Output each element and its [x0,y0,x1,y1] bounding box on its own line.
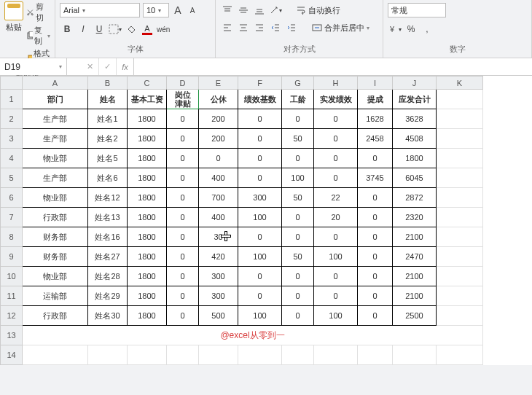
data-cell[interactable]: 物业部 [23,267,88,286]
cell[interactable] [437,188,483,208]
header-cell[interactable]: 岗位 津贴 [167,90,199,109]
data-cell[interactable]: 姓名6 [88,168,128,188]
number-format-combo[interactable]: 常规 [388,3,446,17]
data-cell[interactable]: 6045 [393,168,437,188]
data-cell[interactable]: 4508 [393,129,437,149]
column-header[interactable]: B [88,77,128,90]
bold-button[interactable]: B [60,22,74,36]
data-cell[interactable]: 0 [314,227,358,247]
data-cell[interactable]: 姓名30 [88,306,128,326]
data-cell[interactable]: 生产部 [23,129,88,149]
data-cell[interactable]: 1800 [128,267,167,286]
column-header[interactable]: H [314,77,358,90]
data-cell[interactable]: 0 [314,286,358,306]
data-cell[interactable]: 0 [167,247,199,267]
data-cell[interactable]: 2872 [393,188,437,208]
row-header[interactable]: 12 [1,306,23,326]
data-cell[interactable]: 姓名2 [88,129,128,149]
data-cell[interactable]: 0 [167,168,199,188]
column-header[interactable]: G [282,77,314,90]
data-cell[interactable]: 0 [358,267,393,286]
row-header[interactable]: 9 [1,247,23,267]
header-cell[interactable]: 基本工资 [128,90,167,109]
data-cell[interactable]: 0 [282,109,314,129]
row-header[interactable]: 10 [1,267,23,286]
decrease-font-button[interactable]: A [187,4,198,17]
row-header[interactable]: 14 [1,345,23,365]
cell[interactable] [437,286,483,306]
row-header[interactable]: 2 [1,109,23,129]
cell[interactable] [437,168,483,188]
data-cell[interactable]: 0 [167,208,199,227]
cell[interactable] [23,345,88,365]
data-cell[interactable]: 1800 [128,306,167,326]
align-top-button[interactable] [220,3,235,17]
data-cell[interactable]: 财务部 [23,227,88,247]
data-cell[interactable]: 0 [238,286,282,306]
data-cell[interactable]: 1800 [128,227,167,247]
data-cell[interactable]: 姓名5 [88,149,128,168]
cell[interactable] [393,345,437,365]
data-cell[interactable]: 2100 [393,227,437,247]
data-cell[interactable]: 0 [167,286,199,306]
data-cell[interactable]: 0 [167,149,199,168]
data-cell[interactable]: 0 [358,208,393,227]
cell[interactable] [167,345,199,365]
data-cell[interactable]: 0 [282,267,314,286]
cancel-formula-button[interactable]: ✕ [82,58,99,75]
data-cell[interactable]: 0 [167,267,199,286]
data-cell[interactable]: 1800 [128,149,167,168]
data-cell[interactable]: 2458 [358,129,393,149]
data-cell[interactable]: 700 [199,188,238,208]
row-header[interactable]: 6 [1,188,23,208]
data-cell[interactable]: 1800 [128,188,167,208]
row-header[interactable]: 1 [1,90,23,109]
data-cell[interactable]: 1800 [128,286,167,306]
data-cell[interactable]: 100 [282,168,314,188]
header-cell[interactable]: 工龄 [282,90,314,109]
header-cell[interactable]: 姓名 [88,90,128,109]
data-cell[interactable]: 0 [314,168,358,188]
data-cell[interactable]: 0 [167,227,199,247]
data-cell[interactable]: 2500 [393,306,437,326]
italic-button[interactable]: I [76,22,90,36]
align-center-button[interactable] [236,20,251,35]
data-cell[interactable]: 姓名13 [88,208,128,227]
watermark-cell[interactable]: @excel从零到一 [23,326,483,345]
header-cell[interactable]: 绩效基数 [238,90,282,109]
data-cell[interactable]: 0 [167,306,199,326]
data-cell[interactable]: 0 [282,208,314,227]
column-header[interactable]: E [199,77,238,90]
wrap-text-button[interactable]: 自动换行 [293,3,343,17]
column-header[interactable]: C [128,77,167,90]
data-cell[interactable]: 姓名28 [88,267,128,286]
cell[interactable] [437,109,483,129]
data-cell[interactable]: 50 [282,129,314,149]
column-header[interactable]: I [358,77,393,90]
data-cell[interactable]: 0 [358,306,393,326]
align-bottom-button[interactable] [252,3,267,17]
data-cell[interactable]: 420 [199,247,238,267]
cell[interactable] [437,247,483,267]
column-header[interactable]: J [393,77,437,90]
data-cell[interactable]: 0 [314,267,358,286]
data-cell[interactable]: 0 [282,149,314,168]
data-cell[interactable]: 0 [358,286,393,306]
data-cell[interactable]: 0 [167,188,199,208]
data-cell[interactable]: 0 [282,286,314,306]
data-cell[interactable]: 0 [167,109,199,129]
cell[interactable] [199,345,238,365]
data-cell[interactable]: 0 [238,168,282,188]
percent-button[interactable]: % [404,22,418,36]
decrease-indent-button[interactable] [268,20,283,35]
data-cell[interactable]: 2470 [393,247,437,267]
row-header[interactable]: 13 [1,326,23,345]
data-cell[interactable]: 100 [238,247,282,267]
data-cell[interactable]: 1800 [393,149,437,168]
data-cell[interactable]: 物业部 [23,149,88,168]
data-cell[interactable]: 生产部 [23,109,88,129]
row-header[interactable]: 3 [1,129,23,149]
data-cell[interactable]: 300 [199,286,238,306]
data-cell[interactable]: 400 [199,168,238,188]
cell[interactable] [88,345,128,365]
